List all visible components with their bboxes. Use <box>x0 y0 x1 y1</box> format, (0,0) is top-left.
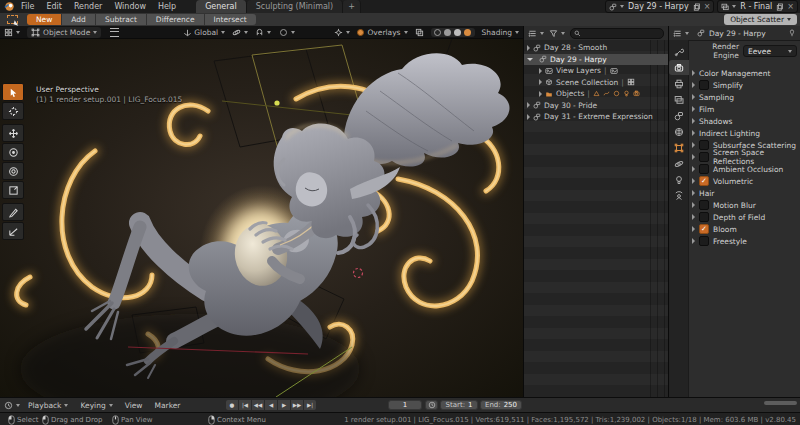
scene-selector[interactable]: Day 29 - Harpy × <box>605 0 714 13</box>
outliner-item-objects[interactable]: Objects | <box>524 88 668 100</box>
panel-simplify[interactable]: Simplify <box>689 79 800 91</box>
menu-keying[interactable]: Keying <box>74 401 118 410</box>
orientation-dropdown[interactable]: Global <box>183 28 225 37</box>
outliner-item-scene-collection[interactable]: Scene Collection | <box>524 77 668 89</box>
play-button[interactable]: ▶ <box>278 400 291 410</box>
play-reverse-button[interactable]: ◀ <box>265 400 278 410</box>
ssr-checkbox[interactable] <box>699 152 709 162</box>
freestyle-checkbox[interactable] <box>699 236 709 246</box>
auto-keyframe-toggle[interactable] <box>425 400 438 410</box>
snap-dropdown[interactable] <box>255 28 271 37</box>
mask-new-button[interactable]: New <box>27 14 61 25</box>
record-button[interactable]: ● <box>226 400 239 410</box>
add-workspace-button[interactable]: + <box>343 0 361 13</box>
tab-output[interactable] <box>669 76 689 91</box>
rendered-shading-icon[interactable] <box>464 29 471 36</box>
scale-tool[interactable] <box>2 162 24 180</box>
panel-ambient-occlusion[interactable]: Ambient Occlusion <box>689 163 800 175</box>
next-keyframe-button[interactable]: ▶▶ <box>291 400 304 410</box>
mask-add-button[interactable]: Add <box>62 14 95 25</box>
menu-edit[interactable]: Edit <box>40 2 68 11</box>
dof-checkbox[interactable] <box>699 212 709 222</box>
mask-subtract-button[interactable]: Subtract <box>96 14 146 25</box>
material-shading-icon[interactable] <box>454 29 461 36</box>
pivot-dropdown[interactable] <box>232 28 248 37</box>
move-tool[interactable] <box>2 124 24 142</box>
cursor-tool[interactable] <box>2 102 24 120</box>
workspace-tab-general[interactable]: General <box>196 0 247 13</box>
volumetric-checkbox[interactable] <box>699 176 709 186</box>
view-layer-selector[interactable]: R - Final × <box>717 0 798 13</box>
mask-difference-button[interactable]: Difference <box>147 14 204 25</box>
editor-type-dropdown[interactable] <box>4 28 20 37</box>
object-scatter-button[interactable]: Object Scatter <box>724 14 797 25</box>
panel-motion-blur[interactable]: Motion Blur <box>689 199 800 211</box>
annotate-tool[interactable] <box>2 203 24 221</box>
gizmos-dropdown[interactable] <box>334 28 350 37</box>
display-mode-icon[interactable] <box>528 29 537 38</box>
properties-editor-icon[interactable] <box>673 29 682 38</box>
panel-bloom[interactable]: Bloom <box>689 223 800 235</box>
workspace-tab-sculpting[interactable]: Sculpting (Minimal) <box>247 0 343 13</box>
tab-object-data[interactable] <box>669 172 689 187</box>
menu-marker[interactable]: Marker <box>148 401 186 410</box>
outliner-item-day28[interactable]: Day 28 - Smooth <box>524 42 668 54</box>
tab-scene[interactable] <box>669 108 689 123</box>
ao-checkbox[interactable] <box>699 164 709 174</box>
menu-playback[interactable]: Playback <box>22 401 74 410</box>
menu-render[interactable]: Render <box>68 2 108 11</box>
outliner-item-day31[interactable]: Day 31 - Extreme Expression <box>524 111 668 123</box>
panel-freestyle[interactable]: Freestyle <box>689 235 800 247</box>
panel-depth-of-field[interactable]: Depth of Field <box>689 211 800 223</box>
simplify-checkbox[interactable] <box>699 80 709 90</box>
shading-dropdown[interactable]: Shading <box>482 28 519 37</box>
panel-hair[interactable]: Hair <box>689 187 800 199</box>
tab-tool[interactable] <box>669 44 689 59</box>
xray-toggle[interactable] <box>415 28 424 37</box>
menu-file[interactable]: File <box>15 2 40 11</box>
motion-blur-checkbox[interactable] <box>699 200 709 210</box>
timeline-editor-dropdown[interactable] <box>4 401 20 410</box>
select-box-tool[interactable] <box>2 83 24 101</box>
panel-film[interactable]: Film <box>689 103 800 115</box>
panel-color-management[interactable]: Color Management <box>689 67 800 79</box>
bloom-checkbox[interactable] <box>699 224 709 234</box>
wireframe-shading-icon[interactable] <box>434 29 441 36</box>
outliner-item-day30[interactable]: Day 30 - Pride <box>524 100 668 112</box>
jump-to-end-button[interactable]: ▶| <box>304 400 316 410</box>
timeline-scrollbar[interactable] <box>764 401 797 405</box>
pin-icon[interactable] <box>788 29 796 37</box>
jump-to-start-button[interactable]: |◀ <box>239 400 252 410</box>
frame-start-field[interactable]: Start:1 <box>440 400 478 410</box>
overlays-dropdown[interactable]: Overlays <box>357 28 407 37</box>
outliner-item-day29[interactable]: Day 29 - Harpy <box>524 54 668 66</box>
panel-screen-space-reflections[interactable]: Screen Space Reflections <box>689 151 800 163</box>
tab-physics[interactable] <box>669 156 689 171</box>
outliner-search-input[interactable] <box>570 28 664 39</box>
panel-volumetric[interactable]: Volumetric <box>689 175 800 187</box>
frame-end-field[interactable]: End:250 <box>480 400 522 410</box>
mask-intersect-button[interactable]: Intersect <box>205 14 256 25</box>
current-frame-field[interactable]: 1 <box>388 400 422 410</box>
tab-view-layer[interactable] <box>669 92 689 107</box>
solid-shading-icon[interactable] <box>444 29 451 36</box>
delete-scene-icon[interactable]: × <box>704 2 711 11</box>
measure-tool[interactable] <box>2 222 24 240</box>
transform-tool[interactable] <box>2 181 24 199</box>
blender-logo-icon[interactable] <box>4 1 15 12</box>
panel-indirect-lighting[interactable]: Indirect Lighting <box>689 127 800 139</box>
rotate-tool[interactable] <box>2 143 24 161</box>
sss-checkbox[interactable] <box>699 140 709 150</box>
render-toggle-icon[interactable] <box>610 67 618 75</box>
menu-help[interactable]: Help <box>152 2 182 11</box>
active-tool-icon[interactable] <box>3 14 21 25</box>
new-scene-icon[interactable] <box>693 3 701 11</box>
tab-render[interactable] <box>669 60 689 75</box>
delete-view-layer-icon[interactable]: × <box>787 2 794 11</box>
menu-view[interactable]: View <box>119 401 149 410</box>
panel-sampling[interactable]: Sampling <box>689 91 800 103</box>
outliner-item-view-layers[interactable]: View Layers | <box>524 65 668 77</box>
mode-dropdown[interactable]: Object Mode <box>27 27 101 38</box>
collection-grid-icon[interactable] <box>627 78 635 86</box>
proportional-edit-dropdown[interactable] <box>278 29 295 36</box>
